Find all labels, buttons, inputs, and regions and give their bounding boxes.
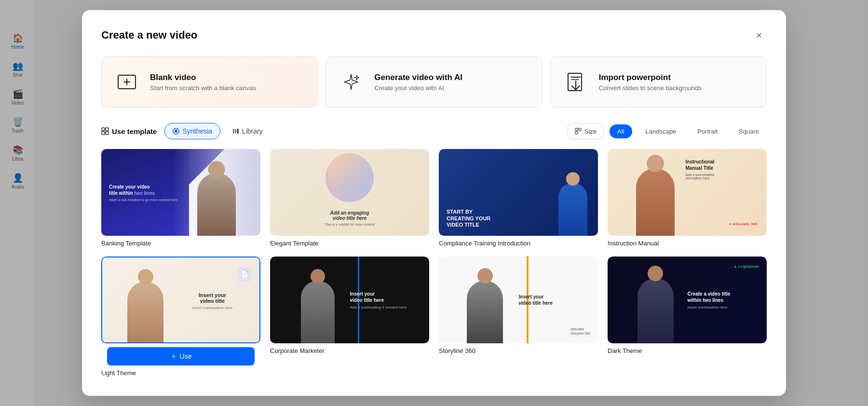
filter-all[interactable]: All — [610, 124, 632, 138]
import-ppt-title: Import powerpoint — [599, 73, 702, 82]
dark-thumb: ▲ Logoipsum Create a video titlewithin t… — [608, 257, 767, 343]
use-compliance-button[interactable]: ＋ Use — [445, 211, 592, 230]
size-label: Size — [584, 128, 597, 135]
size-button[interactable]: Size — [568, 123, 604, 139]
ai-generate-icon — [338, 68, 365, 95]
library-tab-label: Library — [242, 127, 263, 135]
filter-group: Size All Landscape Portrait Square — [568, 123, 767, 139]
plus-icon-corp: ＋ — [339, 346, 346, 354]
plus-icon: ＋ — [170, 216, 177, 225]
template-card-compliance[interactable]: START BYCREATING YOURVIDEO TITLE — [439, 149, 598, 247]
blank-video-title: Blank video — [150, 73, 256, 82]
use-template-icon — [101, 127, 109, 135]
banking-label: Banking Template — [101, 240, 260, 247]
corp-thumb: Insert yourvideo title here Add a subhea… — [270, 257, 429, 343]
plus-icon-instruction: ＋ — [677, 216, 683, 225]
svg-rect-16 — [575, 128, 578, 131]
svg-point-12 — [175, 130, 177, 133]
template-card-banking[interactable]: Create your videotitle within two lines … — [101, 149, 260, 247]
template-grid: Create your videotitle within two lines … — [101, 149, 767, 377]
template-card-dark[interactable]: ▲ Logoipsum Create a video titlewithin t… — [608, 257, 767, 377]
create-video-modal: Create a new video × Blank video Start f… — [82, 10, 786, 396]
synthesia-tab-icon — [173, 128, 179, 135]
svg-rect-13 — [233, 129, 234, 134]
template-card-corp[interactable]: Insert yourvideo title here Add a subhea… — [270, 257, 429, 377]
import-ppt-option[interactable]: Import powerpoint Convert slides to scen… — [550, 56, 767, 108]
blank-video-option[interactable]: Blank video Start from scratch with a bl… — [101, 56, 318, 108]
ai-video-option[interactable]: Generate video with AI Create your video… — [326, 56, 542, 108]
use-corp-button[interactable]: ＋ Use — [276, 341, 423, 359]
light-label: Light Theme — [101, 369, 260, 377]
import-ppt-icon — [562, 68, 589, 95]
use-template-label: Use template — [112, 127, 157, 135]
plus-icon-dark: ＋ — [677, 346, 683, 354]
ai-video-title: Generate video with AI — [374, 73, 462, 82]
filter-landscape[interactable]: Landscape — [638, 124, 684, 138]
close-button[interactable]: × — [751, 27, 767, 43]
svg-rect-17 — [579, 128, 581, 131]
tab-synthesia[interactable]: Synthesia — [164, 123, 220, 139]
modal-backdrop: Create a new video × Blank video Start f… — [0, 0, 868, 406]
import-ppt-desc: Convert slides to scene backgrounds — [599, 84, 702, 92]
plus-icon-elegant: ＋ — [339, 216, 346, 225]
svg-rect-14 — [235, 129, 236, 134]
tab-library[interactable]: Library — [224, 123, 271, 139]
use-dark-button[interactable]: ＋ Use — [613, 341, 761, 359]
svg-rect-15 — [237, 129, 239, 134]
svg-rect-7 — [102, 128, 105, 131]
size-icon — [575, 128, 582, 135]
template-card-storyline[interactable]: Insert yourvideo title here articulateSt… — [439, 257, 598, 377]
compliance-label: Compliance Training Introduction — [439, 240, 598, 247]
ai-video-desc: Create your video with AI — [374, 84, 462, 92]
light-thumb: 📄 Insert yourvideo title Insert subheadl… — [101, 257, 260, 343]
modal-header: Create a new video × — [101, 27, 767, 43]
template-section-header: Use template Synthesia Library — [101, 123, 767, 139]
use-storyline-button[interactable]: ＋ Use — [445, 341, 592, 359]
instruction-label: Instruction Manual — [608, 240, 767, 247]
ai-video-text: Generate video with AI Create your video… — [374, 73, 462, 92]
svg-rect-10 — [106, 132, 108, 135]
filter-square[interactable]: Square — [731, 124, 767, 138]
synthesia-tab-label: Synthesia — [182, 127, 212, 135]
filter-portrait[interactable]: Portrait — [690, 124, 725, 138]
template-card-instruction[interactable]: InstructionalManual Title Add a sub-head… — [608, 149, 767, 247]
use-banking-button[interactable]: ＋ Use — [107, 211, 255, 230]
template-card-elegant[interactable]: Add an engagingvideo title here This is … — [270, 149, 429, 247]
import-ppt-text: Import powerpoint Convert slides to scen… — [599, 73, 702, 92]
use-instruction-button[interactable]: ＋ Use — [613, 211, 761, 230]
storyline-thumb: Insert yourvideo title here articulateSt… — [439, 257, 598, 343]
blank-video-text: Blank video Start from scratch with a bl… — [150, 73, 256, 92]
elegant-label: Elegant Template — [270, 240, 429, 247]
svg-rect-18 — [575, 132, 578, 134]
blank-video-desc: Start from scratch with a blank canvas — [150, 84, 256, 92]
plus-icon-compliance: ＋ — [508, 216, 515, 225]
modal-title: Create a new video — [101, 29, 197, 41]
svg-rect-8 — [106, 128, 108, 131]
template-tabs: Use template Synthesia Library — [101, 123, 271, 139]
use-elegant-button[interactable]: ＋ Use — [276, 211, 423, 230]
blank-video-icon — [113, 68, 140, 95]
creation-options: Blank video Start from scratch with a bl… — [101, 56, 767, 108]
use-light-button[interactable]: ＋ Use — [107, 347, 255, 365]
library-tab-icon — [232, 128, 239, 135]
svg-rect-9 — [102, 132, 105, 135]
template-card-light[interactable]: 📄 Insert yourvideo title Insert subheadl… — [101, 257, 260, 377]
plus-icon-storyline: ＋ — [508, 346, 515, 354]
plus-icon-light: ＋ — [170, 352, 177, 361]
